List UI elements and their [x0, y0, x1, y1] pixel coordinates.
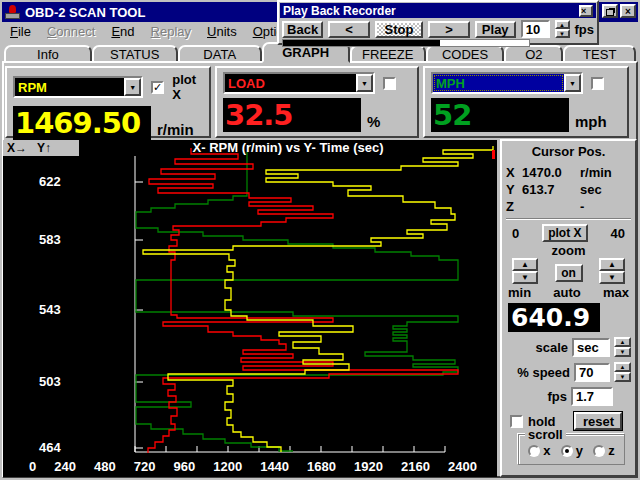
mph-param-select[interactable]: MPH ▼: [431, 72, 583, 94]
mph-dropdown-arrow-icon[interactable]: ▼: [564, 74, 581, 92]
radio-x-icon[interactable]: [528, 445, 540, 457]
scale-down-icon[interactable]: ▼: [614, 347, 631, 357]
zoom-on-button[interactable]: on: [555, 264, 583, 282]
menu-end[interactable]: End: [103, 22, 142, 41]
cursor-x-row: X 1470.0 r/min: [506, 165, 631, 180]
rpm-plotx-label: plot X: [172, 72, 203, 102]
scroll-radio-z[interactable]: z: [593, 443, 615, 458]
cursor-z-row: Z -: [506, 199, 631, 214]
fps-label: fps: [548, 389, 568, 404]
fps-input[interactable]: 10: [521, 20, 550, 38]
min-up-icon[interactable]: ▲: [512, 258, 538, 271]
auto-label: auto: [553, 285, 580, 300]
scale-label: scale: [535, 340, 568, 355]
stop-button[interactable]: Stop: [375, 21, 424, 38]
radio-z-icon[interactable]: [593, 445, 605, 457]
load-param-value: LOAD: [225, 74, 356, 92]
min-down-icon[interactable]: ▼: [512, 271, 538, 284]
restore-window-button[interactable]: [602, 4, 618, 18]
divider: [506, 218, 631, 220]
mph-param-value: MPH: [433, 74, 564, 92]
cursor-x-unit: r/min: [580, 165, 631, 180]
playback-progress-fill: [283, 40, 440, 46]
scroll-radio-x[interactable]: x: [528, 443, 550, 458]
cursor-y-unit: sec: [580, 182, 631, 197]
back-button[interactable]: Back: [282, 21, 323, 38]
gauge-panel-mph: MPH ▼ 52 mph: [423, 66, 629, 138]
trace-load: [148, 148, 458, 453]
scroll-radio-y[interactable]: y: [561, 443, 583, 458]
graph-title: X- RPM (r/min) vs Y- Time (sec): [83, 140, 493, 156]
max-spinner[interactable]: ▲ ▼: [599, 258, 625, 284]
range-max-value: 40: [611, 226, 625, 241]
zoom-label: zoom: [506, 243, 631, 258]
close-window-button[interactable]: ×: [620, 4, 636, 18]
graph-plot[interactable]: [3, 140, 497, 477]
radio-y-icon[interactable]: [561, 445, 573, 457]
min-label: min: [508, 285, 531, 300]
step-back-button[interactable]: <: [328, 21, 369, 38]
speed-spinner[interactable]: ▲ ▼: [614, 362, 631, 382]
play-button[interactable]: Play: [475, 21, 516, 38]
restore-icon: [606, 9, 614, 16]
scale-up-icon[interactable]: ▲: [614, 337, 631, 347]
cursor-y-row: Y 613.7 sec: [506, 182, 631, 197]
scroll-group: scroll x y z: [518, 434, 625, 465]
playback-title: Play Back Recorder: [283, 4, 579, 18]
load-unit-label: %: [367, 113, 380, 132]
menu-file[interactable]: File: [2, 22, 39, 41]
scale-field[interactable]: sec: [572, 338, 610, 357]
mph-plotx-checkbox[interactable]: [591, 77, 604, 90]
window-title: OBD-2 SCAN TOOL: [25, 5, 145, 20]
rpm-param-select[interactable]: RPM ▼: [13, 76, 143, 98]
playback-titlebar[interactable]: Play Back Recorder ×: [280, 3, 596, 18]
menu-replay: Replay: [143, 22, 199, 41]
y-axis-arrow: Y↑: [37, 141, 51, 155]
obd2-scan-tool-app: { "window": { "title": "OBD-2 SCAN TOOL"…: [0, 0, 640, 480]
load-param-select[interactable]: LOAD ▼: [223, 72, 375, 94]
fps-spinner[interactable]: ▲ ▼: [555, 20, 570, 38]
y-tick-label: 583: [39, 232, 61, 247]
trace-mph: [136, 152, 458, 451]
rpm-plotx-checkbox[interactable]: ✓: [151, 81, 164, 94]
gauge-panel-load: LOAD ▼ 32.5 %: [215, 66, 419, 138]
mph-unit-label: mph: [575, 113, 607, 132]
min-spinner[interactable]: ▲ ▼: [512, 258, 538, 284]
rpm-dropdown-arrow-icon[interactable]: ▼: [124, 78, 141, 96]
fps-up-icon[interactable]: ▲: [555, 20, 570, 29]
plot-x-button[interactable]: plot X: [542, 224, 588, 242]
speed-up-icon[interactable]: ▲: [614, 362, 631, 372]
axis-direction-legend: X→ Y↑: [3, 140, 79, 156]
fps-down-icon[interactable]: ▼: [555, 29, 570, 38]
cursor-panel: Cursor Pos. X 1470.0 r/min Y 613.7 sec Z…: [500, 139, 637, 477]
load-dropdown-arrow-icon[interactable]: ▼: [356, 74, 373, 92]
menu-units[interactable]: Units: [199, 22, 245, 41]
cursor-panel-title: Cursor Pos.: [506, 144, 631, 159]
y-tick-label: 464: [39, 440, 61, 455]
x-axis-arrow: X→: [7, 141, 27, 155]
hold-checkbox[interactable]: [510, 415, 523, 428]
app-icon: [5, 5, 21, 19]
playback-recorder-window[interactable]: Play Back Recorder × Back < Stop > Play …: [277, 0, 599, 45]
max-label: max: [603, 285, 629, 300]
playback-close-button[interactable]: ×: [579, 5, 593, 17]
max-down-icon[interactable]: ▼: [599, 271, 625, 284]
step-forward-button[interactable]: >: [428, 21, 469, 38]
graph-area[interactable]: X→ Y↑ X- RPM (r/min) vs Y- Time (sec) 62…: [3, 140, 497, 477]
range-min-value: 0: [512, 226, 519, 241]
scale-spinner[interactable]: ▲ ▼: [614, 337, 631, 357]
cursor-x-value: 1470.0: [522, 165, 580, 180]
cursor-z-value: [522, 199, 580, 214]
speed-field[interactable]: 70: [574, 363, 610, 382]
y-tick-label: 503: [39, 374, 61, 389]
speed-down-icon[interactable]: ▼: [614, 372, 631, 382]
fps-unit-label: fps: [575, 22, 595, 37]
time-big-value: 640.9: [508, 303, 600, 332]
menu-connect: Connect: [39, 22, 103, 41]
load-plotx-checkbox[interactable]: [383, 77, 396, 90]
max-up-icon[interactable]: ▲: [599, 258, 625, 271]
close-icon: ×: [625, 6, 631, 17]
x-tick-labels: 0240480720960120014401680192021602400: [29, 459, 477, 474]
playback-progress-bar[interactable]: [282, 39, 530, 47]
reset-button[interactable]: reset: [574, 412, 622, 430]
